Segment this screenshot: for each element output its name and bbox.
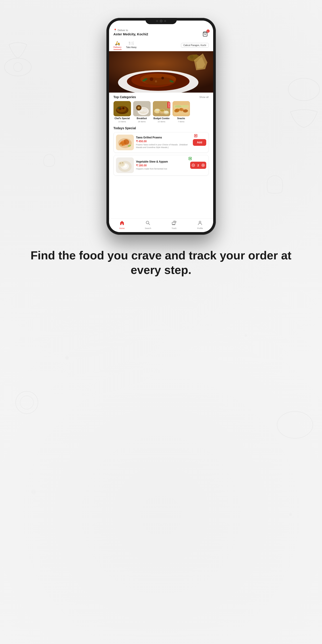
food-card-appam: Vegetable Stew & Appam ₹ 180.00 Hoppers …	[113, 155, 209, 176]
nav-item-track[interactable]: Track	[161, 220, 187, 230]
svg-point-5	[277, 412, 313, 438]
search-icon	[145, 220, 150, 226]
chefs-special-count: 14 Items	[118, 120, 126, 123]
delivery-label: Delivery	[113, 46, 122, 48]
nav-item-search[interactable]: Search	[135, 220, 161, 230]
category-item-chefs-special[interactable]: Chef's Special 14 Items	[113, 101, 131, 123]
hero-banner	[109, 51, 213, 92]
nav-item-home[interactable]: Home	[109, 220, 135, 230]
profile-nav-label: Profile	[197, 227, 203, 230]
hero-food-image	[109, 51, 213, 92]
appam-thumb	[116, 158, 134, 173]
svg-point-2	[288, 78, 320, 100]
cart-badge: 2	[207, 30, 210, 33]
food-card-prawns: Tawa Grilled Prawns ₹ 450.00 Prawns Tawa…	[113, 132, 209, 153]
svg-point-0	[4, 58, 31, 76]
appam-desc: Hoppers made from fermented rice	[136, 168, 188, 170]
location-name[interactable]: Aster Medcity, Kochi2	[113, 32, 148, 36]
add-prawns-button[interactable]: Add	[193, 139, 206, 146]
appam-info: Vegetable Stew & Appam ₹ 180.00 Hoppers …	[136, 160, 188, 170]
svg-point-1	[13, 62, 22, 72]
tagline-text: Find the food you crave and track your o…	[18, 248, 304, 277]
svg-point-62	[120, 144, 122, 146]
nav-item-profile[interactable]: Profile	[187, 220, 213, 230]
restaurant-tag[interactable]: Calicut Paragon, Kochi	[181, 43, 209, 48]
todays-special-title: Todays Special	[113, 126, 136, 130]
nonveg-indicator	[194, 134, 197, 137]
svg-point-14	[190, 55, 194, 58]
search-nav-label: Search	[145, 227, 151, 230]
cart-button[interactable]: 2	[202, 30, 209, 38]
svg-point-29	[122, 107, 124, 109]
offer-badge: OFFER	[167, 102, 170, 108]
phone-mockup: 📍 Deliver to Aster Medcity, Kochi2	[106, 18, 216, 235]
tagline-section: Find the food you crave and track your o…	[0, 248, 322, 277]
appam-image	[116, 158, 134, 173]
svg-point-57	[175, 105, 181, 108]
location-pin-icon: 📍	[113, 28, 117, 32]
mode-tabs: 🛵 Delivery 🍽️ Take Away Calicut Paragon,…	[109, 39, 213, 51]
veg-indicator	[189, 157, 192, 160]
snacks-thumb	[173, 101, 190, 116]
track-nav-label: Track	[172, 227, 177, 230]
categories-list: Chef's Special 14 Items	[113, 101, 209, 123]
increase-qty-button[interactable]	[200, 162, 206, 169]
chefs-special-image	[113, 101, 131, 116]
deliver-label: 📍 Deliver to	[113, 28, 148, 32]
prawns-desc: Prawns Tawa cooked in your Choice of Mas…	[136, 144, 191, 149]
svg-point-15	[195, 54, 198, 57]
svg-point-22	[155, 80, 157, 82]
categories-title: Top Categories	[113, 95, 136, 99]
tab-takeaway[interactable]: 🍽️ Take Away	[126, 41, 137, 50]
delivery-icon: 🛵	[115, 41, 120, 46]
svg-point-21	[161, 77, 164, 80]
snacks-count: 7 Items	[178, 120, 185, 123]
breakfast-image	[133, 101, 151, 116]
notch-dot-2	[164, 20, 166, 22]
svg-point-44	[155, 109, 159, 111]
plus-icon	[202, 164, 205, 167]
budget-combo-name: Budget Combo	[154, 117, 170, 120]
svg-point-53	[176, 110, 177, 110]
appam-price: ₹ 180.00	[136, 164, 188, 167]
svg-point-54	[177, 111, 178, 111]
show-all-button[interactable]: Show all	[199, 96, 209, 98]
svg-point-6	[65, 356, 69, 360]
snacks-name: Snacks	[177, 117, 185, 120]
svg-point-70	[122, 162, 123, 164]
quantity-value: 2	[196, 164, 200, 167]
appam-name: Vegetable Stew & Appam	[136, 160, 188, 163]
chefs-special-thumb	[113, 101, 131, 116]
header-icons: 2	[202, 28, 209, 38]
prawns-image	[116, 134, 134, 150]
prawns-price: ₹ 450.00	[136, 140, 191, 143]
notch-dot	[156, 20, 158, 22]
svg-point-45	[160, 109, 164, 112]
svg-line-77	[149, 224, 150, 225]
minus-icon	[192, 164, 195, 167]
category-item-breakfast[interactable]: Breakfast 28 Items	[133, 101, 151, 123]
category-item-snacks[interactable]: Snacks 7 Items	[173, 101, 190, 123]
home-icon	[120, 220, 124, 226]
breakfast-count: 28 Items	[138, 120, 146, 123]
bottom-navigation: Home Search	[109, 218, 213, 232]
category-item-budget-combo[interactable]: OFFER Budget Combo 15 Items	[153, 101, 170, 123]
quantity-control-appam: 2	[190, 162, 206, 169]
breakfast-thumb	[133, 101, 151, 116]
tab-delivery[interactable]: 🛵 Delivery	[113, 41, 122, 50]
app-content: 📍 Deliver to Aster Medcity, Kochi2	[109, 20, 213, 232]
prawns-thumb	[116, 134, 134, 150]
svg-point-80	[175, 222, 176, 222]
phone-notch	[145, 18, 177, 24]
profile-svg-icon	[198, 220, 202, 226]
takeaway-label: Take Away	[126, 46, 137, 48]
svg-point-58	[182, 105, 188, 107]
decrease-qty-button[interactable]	[190, 162, 196, 169]
svg-point-47	[164, 111, 168, 113]
svg-point-38	[138, 107, 140, 109]
prawns-name: Tawa Grilled Prawns	[136, 136, 191, 139]
budget-combo-thumb: OFFER	[153, 101, 170, 116]
chefs-special-name: Chef's Special	[115, 117, 130, 120]
svg-point-4	[20, 396, 33, 409]
prawns-info: Tawa Grilled Prawns ₹ 450.00 Prawns Tawa…	[136, 136, 191, 149]
